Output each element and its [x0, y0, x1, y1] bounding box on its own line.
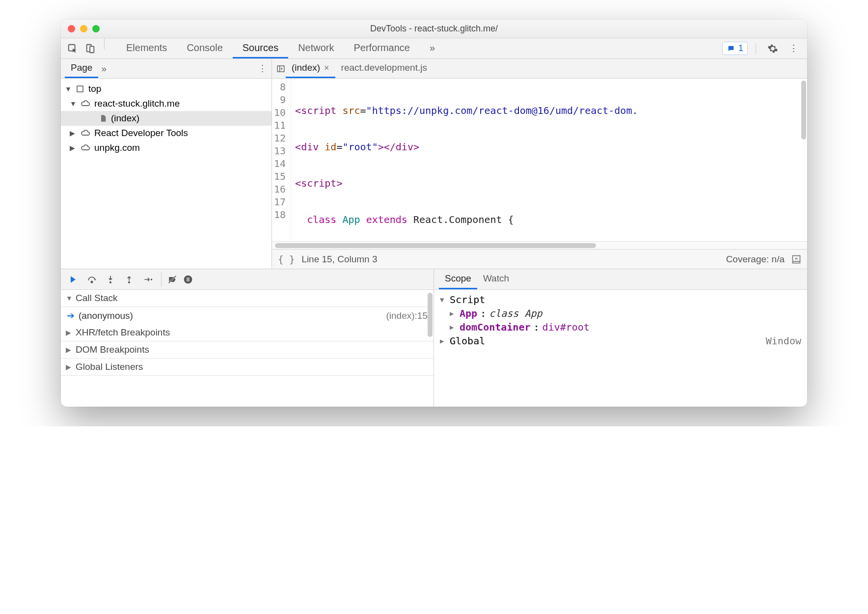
- expand-arrow-icon[interactable]: [70, 129, 77, 137]
- editor-statusbar: { } Line 15, Column 3 Coverage: n/a: [272, 249, 807, 269]
- navigator-tab-page[interactable]: Page: [65, 59, 98, 78]
- debugger-toolbar: [61, 269, 434, 290]
- tree-node-top[interactable]: top: [61, 82, 271, 96]
- file-tree: top react-stuck.glitch.me (index) React …: [61, 79, 271, 269]
- pause-exceptions-icon[interactable]: [180, 272, 196, 287]
- debugger-vertical-scrollbar[interactable]: [428, 293, 433, 337]
- scope-script[interactable]: Script: [438, 293, 803, 307]
- editor-tab-react[interactable]: react.development.js: [335, 59, 433, 78]
- tree-node-index[interactable]: (index): [61, 111, 271, 126]
- scope-pane: Scope Watch Script App: class App domCon…: [434, 269, 807, 407]
- step-icon[interactable]: [139, 272, 156, 287]
- cloud-icon: [81, 100, 90, 108]
- expand-arrow-icon[interactable]: [65, 85, 72, 93]
- frame-icon: [76, 84, 84, 93]
- editor-pane: (index) × react.development.js 891011121…: [272, 59, 807, 269]
- tab-scope[interactable]: Scope: [439, 269, 477, 289]
- pretty-print-icon[interactable]: { }: [278, 254, 295, 265]
- zoom-window-button[interactable]: [92, 25, 100, 32]
- tree-node-extension[interactable]: React Developer Tools: [61, 126, 271, 140]
- close-window-button[interactable]: [68, 25, 75, 32]
- file-icon: [99, 113, 107, 123]
- tree-node-domain[interactable]: react-stuck.glitch.me: [61, 96, 271, 111]
- editor-vertical-scrollbar[interactable]: [801, 81, 806, 140]
- tabs-overflow[interactable]: »: [420, 38, 445, 58]
- tab-sources[interactable]: Sources: [233, 38, 288, 58]
- step-over-icon[interactable]: [83, 272, 100, 287]
- frame-location[interactable]: (index):15: [386, 310, 428, 321]
- cloud-icon: [81, 144, 90, 152]
- navigator-menu-icon[interactable]: ⋮: [257, 63, 268, 74]
- toggle-navigator-icon[interactable]: [276, 64, 286, 73]
- code-lines[interactable]: <script src="https://unpkg.com/react-dom…: [291, 79, 807, 241]
- line-gutter[interactable]: 89101112131415161718: [272, 79, 291, 241]
- step-into-icon[interactable]: [102, 272, 119, 287]
- issues-badge[interactable]: 1: [722, 42, 748, 55]
- scope-body: Script App: class App domContainer: div#…: [434, 290, 807, 407]
- show-sidebar-icon[interactable]: [791, 254, 801, 264]
- settings-icon[interactable]: [764, 43, 782, 54]
- navigator-tabs: Page » ⋮: [61, 59, 271, 79]
- kebab-menu-icon[interactable]: ⋮: [785, 43, 802, 54]
- svg-rect-15: [187, 277, 188, 281]
- svg-point-8: [91, 281, 92, 282]
- dom-breakpoints-header[interactable]: DOM Breakpoints: [61, 341, 434, 359]
- debugger-pane: Call Stack ➔ (anonymous) (index):15 XHR/…: [61, 269, 434, 407]
- devtools-window: DevTools - react-stuck.glitch.me/ Elemen…: [61, 20, 807, 407]
- global-listeners-header[interactable]: Global Listeners: [61, 359, 434, 376]
- titlebar: DevTools - react-stuck.glitch.me/: [61, 20, 807, 38]
- tab-performance[interactable]: Performance: [344, 38, 420, 58]
- step-out-icon[interactable]: [121, 272, 137, 287]
- scope-global[interactable]: GlobalWindow: [438, 334, 803, 348]
- stack-frame[interactable]: ➔ (anonymous) (index):15: [61, 307, 434, 324]
- svg-rect-3: [77, 86, 83, 92]
- tree-node-unpkg[interactable]: unpkg.com: [61, 140, 271, 155]
- coverage-status: Coverage: n/a: [726, 254, 785, 265]
- scope-var-domcontainer[interactable]: domContainer: div#root: [438, 320, 803, 334]
- panel-tabs: Elements Console Sources Network Perform…: [116, 38, 445, 58]
- editor-tab-index[interactable]: (index) ×: [286, 59, 335, 78]
- window-controls: [68, 25, 100, 32]
- inspect-element-icon[interactable]: [64, 38, 81, 58]
- main-toolbar: Elements Console Sources Network Perform…: [61, 38, 807, 59]
- xhr-breakpoints-header[interactable]: XHR/fetch Breakpoints: [61, 324, 434, 341]
- minimize-window-button[interactable]: [80, 25, 87, 32]
- expand-arrow-icon[interactable]: [70, 100, 77, 108]
- device-toggle-icon[interactable]: [81, 38, 99, 58]
- tab-console[interactable]: Console: [177, 38, 232, 58]
- cursor-position: Line 15, Column 3: [301, 254, 377, 265]
- window-title: DevTools - react-stuck.glitch.me/: [68, 24, 800, 34]
- editor-tabs: (index) × react.development.js: [272, 59, 807, 79]
- cloud-icon: [81, 129, 90, 137]
- toolbar-divider: [104, 38, 105, 49]
- scope-var-app[interactable]: App: class App: [438, 307, 803, 320]
- call-stack-header[interactable]: Call Stack: [61, 290, 434, 307]
- svg-point-14: [184, 275, 192, 283]
- svg-rect-6: [793, 255, 800, 263]
- current-frame-icon: ➔: [67, 310, 75, 321]
- tab-elements[interactable]: Elements: [116, 38, 177, 58]
- issues-count: 1: [738, 43, 743, 54]
- svg-point-11: [151, 279, 152, 280]
- deactivate-breakpoints-icon[interactable]: [161, 272, 178, 287]
- tab-watch[interactable]: Watch: [477, 269, 515, 289]
- expand-arrow-icon[interactable]: [70, 144, 77, 152]
- navigator-pane: Page » ⋮ top react-stuck.glitch.me (inde: [61, 59, 272, 269]
- navigator-tabs-overflow[interactable]: »: [101, 63, 107, 74]
- close-tab-icon[interactable]: ×: [324, 63, 329, 73]
- svg-point-9: [109, 281, 111, 283]
- code-editor[interactable]: 89101112131415161718 <script src="https:…: [272, 79, 807, 241]
- tab-network[interactable]: Network: [288, 38, 344, 58]
- editor-horizontal-scrollbar[interactable]: [272, 241, 807, 249]
- svg-rect-2: [90, 46, 94, 53]
- svg-point-10: [128, 281, 130, 283]
- resume-icon[interactable]: [65, 272, 81, 287]
- svg-rect-16: [189, 277, 190, 281]
- scope-tabs: Scope Watch: [434, 269, 807, 290]
